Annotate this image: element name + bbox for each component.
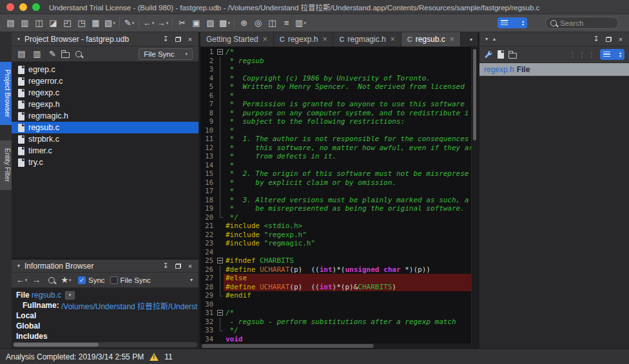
file-item[interactable]: regsub.c xyxy=(12,122,198,133)
file-sync-dropdown[interactable]: File Sync ▾ xyxy=(139,48,193,60)
float-icon[interactable] xyxy=(603,34,614,44)
save-icon[interactable]: ◫ xyxy=(32,17,46,30)
scrollbar-thumb[interactable] xyxy=(14,343,99,347)
pin-icon[interactable]: ↧ xyxy=(591,34,601,44)
code-line[interactable]: 19 * be misrepresented as being the orig… xyxy=(200,204,471,213)
forward-icon[interactable]: →▾ xyxy=(156,17,169,30)
collapse-chevron-icon[interactable]: ▾ xyxy=(15,263,23,269)
scrollbar-thumb[interactable] xyxy=(473,49,476,140)
open-project-icon[interactable]: ▥ xyxy=(18,17,32,30)
code-line[interactable]: 17 * xyxy=(200,187,471,196)
new-file-icon[interactable]: ▤ xyxy=(15,48,28,61)
file-item[interactable]: regmagic.h xyxy=(12,110,198,122)
toolbar-scope-stepper[interactable]: ▴▾ xyxy=(498,17,527,28)
code-line[interactable]: 18 * 3. Altered versions must be plainly… xyxy=(200,196,471,205)
window-layout-icon[interactable]: ▥▾ xyxy=(294,17,307,30)
info-row[interactable]: Local xyxy=(12,311,198,321)
file-item[interactable]: regexp.c xyxy=(12,87,198,99)
panel-menu-chevron-icon[interactable]: ▾ xyxy=(188,277,195,283)
code-line[interactable]: 33 */ xyxy=(200,326,471,335)
search-box[interactable] xyxy=(545,17,619,29)
code-line[interactable]: 29#endif xyxy=(200,291,471,300)
editor-vertical-scrollbar[interactable] xyxy=(471,47,478,343)
code-line[interactable]: 4 * Copyright (c) 1986 by University of … xyxy=(200,74,471,83)
annotate-icon[interactable]: ✎▾ xyxy=(122,17,136,30)
wrench-icon[interactable] xyxy=(484,50,493,59)
fold-collapse-icon[interactable] xyxy=(217,310,223,316)
code-line[interactable]: 31/* xyxy=(200,309,471,318)
document-icon[interactable] xyxy=(498,50,504,59)
history-back-icon[interactable]: ←▾ xyxy=(15,274,28,287)
fold-collapse-icon[interactable] xyxy=(217,258,223,263)
save-all-icon[interactable]: ◪ xyxy=(46,17,60,30)
zoom-window-button[interactable] xyxy=(32,3,40,11)
tab-close-icon[interactable]: × xyxy=(450,35,454,44)
back-icon[interactable]: ←▾ xyxy=(142,17,155,30)
history-forward-icon[interactable]: → xyxy=(30,274,43,287)
code-line[interactable]: 1/* xyxy=(200,48,471,57)
editor-horizontal-scrollbar[interactable] xyxy=(200,343,478,349)
file-item[interactable]: strpbrk.c xyxy=(12,133,198,145)
code-line[interactable]: 13 * from defects in it. xyxy=(200,152,471,161)
file-sync-checkbox[interactable]: File Sync xyxy=(110,276,151,284)
warning-icon[interactable] xyxy=(150,353,159,361)
editor-tab[interactable]: Getting Started× xyxy=(200,32,274,46)
info-row[interactable]: Includes xyxy=(12,331,198,341)
code-line[interactable]: 6 * xyxy=(200,91,471,101)
new-file-icon[interactable]: ▤ xyxy=(4,17,17,30)
code-line[interactable]: 8 * purpose on any computer system, and … xyxy=(200,109,471,118)
chevron-up-icon[interactable]: ▴ xyxy=(490,36,498,42)
chevron-down-icon[interactable]: ▾ xyxy=(483,36,490,42)
code-line[interactable]: 11 * 1. The author is not responsible fo… xyxy=(200,135,471,144)
code-line[interactable]: 27#else xyxy=(200,274,471,283)
copy-icon[interactable]: ▣ xyxy=(189,17,203,30)
file-item[interactable]: try.c xyxy=(12,157,198,168)
editor-tab[interactable]: Cregsub.c× xyxy=(402,32,461,46)
float-icon[interactable] xyxy=(173,261,183,271)
info-row[interactable]: Global xyxy=(12,321,198,331)
code-line[interactable]: 3 * xyxy=(200,65,471,74)
code-line[interactable]: 28#define UCHARAT(p) ((int)*(p)&CHARBITS… xyxy=(200,283,471,292)
search-files-icon[interactable] xyxy=(72,48,85,61)
favorites-icon[interactable]: ★▾ xyxy=(59,274,73,287)
fold-collapse-icon[interactable] xyxy=(217,49,223,55)
paste-special-icon[interactable]: ▩▾ xyxy=(218,17,231,30)
find-icon[interactable] xyxy=(44,274,58,287)
entity-dropdown-icon[interactable]: ▾ xyxy=(65,291,75,300)
code-line[interactable]: 24 xyxy=(200,248,471,257)
info-horizontal-scrollbar[interactable] xyxy=(13,342,197,347)
code-line[interactable]: 25#ifndef CHARBITS xyxy=(200,256,471,265)
code-line[interactable]: 21#include <stdio.h> xyxy=(200,222,471,231)
close-icon[interactable]: × xyxy=(615,34,626,44)
editor-tab[interactable]: Cregmagic.h× xyxy=(333,32,401,46)
edit-file-icon[interactable]: ✎ xyxy=(46,48,59,61)
sync-checkbox[interactable]: ✓ Sync xyxy=(78,276,105,284)
fold-toggle[interactable] xyxy=(216,309,224,318)
tab-close-icon[interactable]: × xyxy=(322,35,327,44)
code-line[interactable]: 12 * this software, no matter how awful,… xyxy=(200,144,471,153)
code-line[interactable]: 34void xyxy=(200,335,471,344)
collapse-chevron-icon[interactable]: ▾ xyxy=(15,36,23,42)
tab-list-chevron-icon[interactable]: ▾ xyxy=(465,32,478,46)
folder-icon[interactable] xyxy=(61,52,70,58)
panel-scope-stepper[interactable]: ▴▾ xyxy=(600,49,624,60)
info-link[interactable]: /Volumes/Understand 拉普拉斯/Underst xyxy=(61,300,197,311)
entity-list-icon[interactable]: ≡ xyxy=(280,17,293,30)
cut-icon[interactable]: ✂ xyxy=(175,17,189,30)
search-input[interactable] xyxy=(560,19,614,27)
code-line[interactable]: 26#define UCHARAT(p) ((int)*(unsigned ch… xyxy=(200,265,471,274)
code-line[interactable]: 16 * by explicit claim or by omission. xyxy=(200,178,471,187)
editor-tab[interactable]: Cregexp.h× xyxy=(274,32,334,46)
code-lines[interactable]: 1/*2 * regsub3 *4 * Copyright (c) 1986 b… xyxy=(200,47,471,343)
print-all-icon[interactable]: ▧▾ xyxy=(103,17,117,30)
code-line[interactable]: 20 */ xyxy=(200,213,471,222)
file-item[interactable]: egrep.c xyxy=(12,64,198,75)
info-row[interactable]: Fullname: /Volumes/Understand 拉普拉斯/Under… xyxy=(12,300,198,311)
export-icon[interactable]: ◳ xyxy=(75,17,88,30)
info-link[interactable]: regsub.c xyxy=(32,291,61,300)
open-file-icon[interactable]: ◰ xyxy=(61,17,74,30)
code-line[interactable]: 15 * 2. The origin of this software must… xyxy=(200,169,471,178)
code-line[interactable]: 32 - regsub - perform substitutions afte… xyxy=(200,318,471,327)
browse-web-icon[interactable]: ⊕ xyxy=(237,17,251,30)
float-icon[interactable] xyxy=(173,34,183,44)
